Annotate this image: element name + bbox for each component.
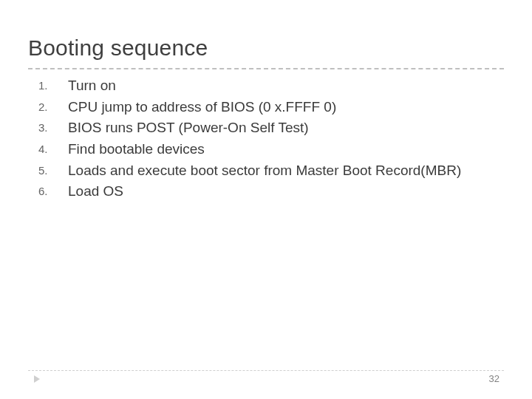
list-item-number: 5. — [38, 162, 68, 177]
title-divider — [28, 68, 504, 69]
list-item-text: Turn on — [68, 77, 488, 95]
list-item-number: 4. — [38, 140, 68, 155]
list-item-text: Load OS — [68, 183, 488, 201]
slide: Booting sequence 1. Turn on 2. CPU jump … — [0, 0, 532, 399]
list-item: 5. Loads and execute boot sector from Ma… — [38, 162, 488, 180]
content-list: 1. Turn on 2. CPU jump to address of BIO… — [38, 77, 488, 204]
page-number: 32 — [489, 373, 499, 384]
list-item-number: 1. — [38, 77, 68, 92]
list-item-text: BIOS runs POST (Power-On Self Test) — [68, 119, 488, 137]
list-item: 6. Load OS — [38, 183, 488, 201]
footer-divider — [28, 370, 504, 371]
list-item-number: 2. — [38, 98, 68, 113]
list-item-text: Find bootable devices — [68, 140, 488, 159]
list-item: 2. CPU jump to address of BIOS (0 x.FFFF… — [38, 98, 488, 117]
list-item-number: 3. — [38, 119, 68, 134]
list-item-number: 6. — [38, 183, 68, 197]
slide-title: Booting sequence — [28, 35, 208, 61]
list-item: 3. BIOS runs POST (Power-On Self Test) — [38, 119, 488, 137]
list-item-text: CPU jump to address of BIOS (0 x.FFFF 0) — [68, 98, 488, 117]
list-item: 4. Find bootable devices — [38, 140, 488, 159]
list-item-text: Loads and execute boot sector from Maste… — [68, 162, 488, 180]
list-item: 1. Turn on — [38, 77, 488, 95]
footer-bullet-icon — [34, 375, 40, 383]
